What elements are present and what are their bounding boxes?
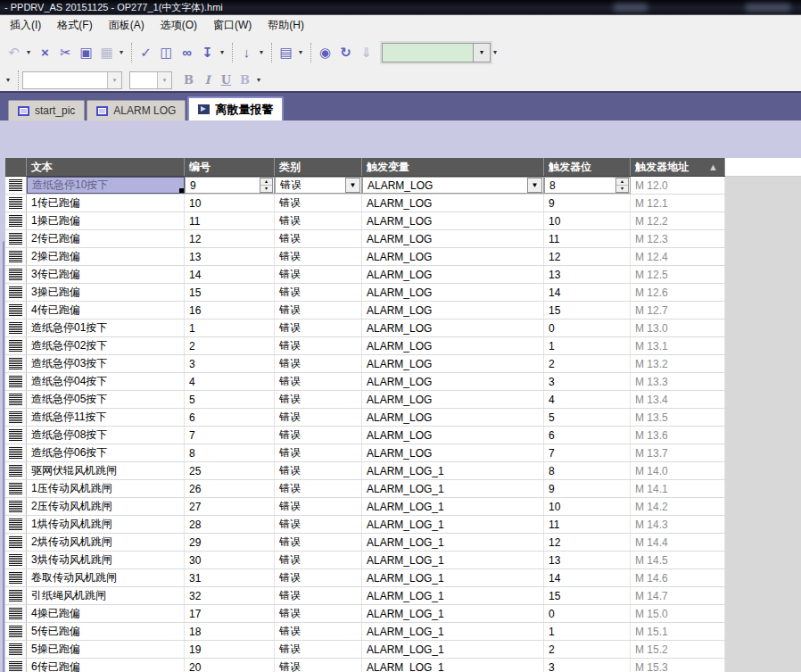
cell-number[interactable]: 19 [185, 641, 275, 658]
cell-trigger-bit[interactable]: 0 [544, 605, 631, 622]
italic-button[interactable]: I [198, 71, 217, 89]
cell-trigger-tag[interactable]: ALARM_LOG_1 [362, 516, 544, 533]
cell-number[interactable]: 13 [185, 248, 275, 265]
underline-button[interactable]: U [217, 71, 235, 89]
cell-trigger-bit[interactable]: 3 [544, 373, 631, 390]
row-selector[interactable] [5, 284, 27, 301]
cell-class[interactable]: 错误 [275, 391, 362, 408]
cell-trigger-tag[interactable]: ALARM_LOG_1 [362, 480, 544, 497]
find-next-icon[interactable]: ⇓ [356, 43, 376, 62]
column-header-bit[interactable]: 触发器位 [544, 158, 631, 176]
cell-trigger-tag[interactable]: ALARM_LOG [362, 337, 544, 354]
cell-trigger-bit[interactable]: 1 [544, 337, 631, 354]
cell-number[interactable]: 6 [185, 409, 275, 426]
cell-number[interactable]: 5 [185, 391, 275, 408]
cell-class[interactable]: 错误 [275, 552, 362, 568]
cell-trigger-bit[interactable]: 0 [544, 319, 631, 336]
cell-trigger-bit[interactable]: 11 [544, 230, 631, 247]
table-row[interactable]: 2传已跑偏12错误ALARM_LOG11M 12.3 [5, 230, 725, 248]
cell-text[interactable]: 卷取传动风机跳闸 [27, 569, 185, 586]
row-selector[interactable] [5, 552, 27, 568]
cell-class[interactable]: 错误 [275, 516, 362, 533]
cell-trigger-tag[interactable]: ALARM_LOG [362, 195, 544, 212]
cell-text[interactable]: 造纸急停10按下 [27, 177, 185, 194]
row-selector[interactable] [5, 302, 27, 319]
table-row[interactable]: 驱网伏辊风机跳闸25错误ALARM_LOG_18M 14.0 [5, 462, 725, 480]
cell-number[interactable]: 3 [185, 355, 275, 372]
cell-number[interactable]: 26 [185, 480, 275, 497]
cell-number[interactable]: 20 [185, 659, 275, 672]
spinner[interactable]: ▴▾ [260, 178, 273, 193]
cell-class[interactable]: 错误 [275, 337, 362, 354]
cell-trigger-tag[interactable]: ALARM_LOG [362, 427, 544, 444]
cell-trigger-bit[interactable]: 14 [544, 569, 631, 586]
cell-number[interactable]: 18 [185, 623, 275, 640]
cell-trigger-bit[interactable]: 2 [544, 641, 631, 658]
column-header-addr[interactable]: 触发器地址▲ [631, 158, 725, 176]
tab-离散量报警[interactable]: 离散量报警 [187, 96, 284, 120]
cell-trigger-bit[interactable]: 14 [544, 284, 631, 301]
column-header-tag[interactable]: 触发变量 [362, 158, 544, 176]
cell-trigger-tag[interactable]: ALARM_LOG [362, 212, 544, 229]
cell-text[interactable]: 1传已跑偏 [27, 195, 185, 212]
cell-class[interactable]: 错误 [275, 587, 362, 604]
cell-trigger-tag[interactable]: ALARM_LOG [362, 373, 544, 390]
cell-number[interactable]: 10 [185, 195, 275, 212]
cell-number[interactable]: 12 [185, 230, 275, 247]
column-header-class[interactable]: 类别 [275, 158, 362, 176]
cell-text[interactable]: 6传已跑偏 [27, 659, 185, 672]
cell-class[interactable]: 错误 [275, 409, 362, 426]
cell-class[interactable]: 错误 [275, 641, 362, 658]
cell-class[interactable]: 错误 [275, 230, 362, 247]
cell-number[interactable]: 14 [185, 266, 275, 283]
chevron-down-icon[interactable]: ▾ [473, 44, 490, 62]
cell-text[interactable]: 1压传动风机跳闸 [27, 480, 185, 497]
row-selector[interactable] [5, 319, 27, 336]
cell-trigger-bit[interactable]: 15 [544, 587, 631, 604]
cell-number[interactable]: 9▴▾ [185, 177, 275, 194]
cell-trigger-tag[interactable]: ALARM_LOG [362, 444, 544, 461]
table-row[interactable]: 造纸急停10按下9▴▾错误▼ALARM_LOG▼8▴▾M 12.0 [5, 177, 725, 195]
cell-number[interactable]: 15 [185, 284, 275, 301]
cell-number[interactable]: 30 [185, 552, 275, 568]
cell-class[interactable]: 错误 [275, 248, 362, 265]
rearrange-icon[interactable]: ↓ [236, 43, 257, 62]
row-selector[interactable] [5, 266, 27, 283]
cell-text[interactable]: 5传已跑偏 [27, 623, 185, 640]
row-selector[interactable] [5, 605, 27, 622]
simulate-icon[interactable]: ∞ [177, 43, 197, 62]
cell-class[interactable]: 错误 [275, 302, 362, 319]
cell-class[interactable]: 错误 [275, 284, 362, 301]
table-row[interactable]: 造纸急停06按下8错误ALARM_LOG7M 13.7 [5, 444, 725, 462]
cell-trigger-bit[interactable]: 4 [544, 391, 631, 408]
cell-text[interactable]: 2操已跑偏 [27, 248, 185, 265]
table-row[interactable]: 造纸急停04按下4错误ALARM_LOG3M 13.3 [5, 373, 725, 391]
cell-trigger-tag[interactable]: ALARM_LOG [362, 230, 544, 247]
table-row[interactable]: 造纸急停05按下5错误ALARM_LOG4M 13.4 [5, 391, 725, 409]
cell-trigger-bit[interactable]: 8▴▾ [544, 177, 631, 194]
toolbar-caret[interactable]: ▾ [491, 48, 500, 56]
cell-trigger-bit[interactable]: 15 [544, 302, 631, 319]
menu-item[interactable]: 插入(I) [2, 15, 49, 36]
row-selector[interactable] [5, 230, 27, 247]
cell-class[interactable]: 错误 [275, 569, 362, 586]
row-selector[interactable] [5, 337, 27, 354]
find-icon[interactable]: ◉ [315, 43, 335, 62]
table-row[interactable]: 2操已跑偏13错误ALARM_LOG12M 12.4 [5, 248, 725, 266]
cell-trigger-tag[interactable]: ALARM_LOG [362, 355, 544, 372]
cell-number[interactable]: 2 [185, 337, 275, 354]
cell-trigger-tag[interactable]: ALARM_LOG [362, 319, 544, 336]
spinner[interactable]: ▴▾ [615, 178, 629, 193]
row-selector[interactable] [5, 195, 27, 212]
cell-text[interactable]: 造纸急停01按下 [27, 319, 185, 336]
cell-trigger-tag[interactable]: ALARM_LOG [362, 248, 544, 265]
cell-text[interactable]: 5操已跑偏 [27, 641, 185, 658]
spinner-down-icon[interactable]: ▾ [616, 186, 628, 192]
menu-item[interactable]: 选项(O) [153, 15, 205, 36]
toolbar-caret[interactable]: ▾ [24, 48, 33, 56]
cell-trigger-tag[interactable]: ALARM_LOG▼ [362, 177, 544, 194]
table-row[interactable]: 造纸急停02按下2错误ALARM_LOG1M 13.1 [5, 337, 725, 355]
cell-trigger-bit[interactable]: 12 [544, 534, 631, 551]
copy-icon[interactable]: ▣ [76, 43, 96, 62]
language-combo[interactable]: ▾ [382, 43, 491, 62]
